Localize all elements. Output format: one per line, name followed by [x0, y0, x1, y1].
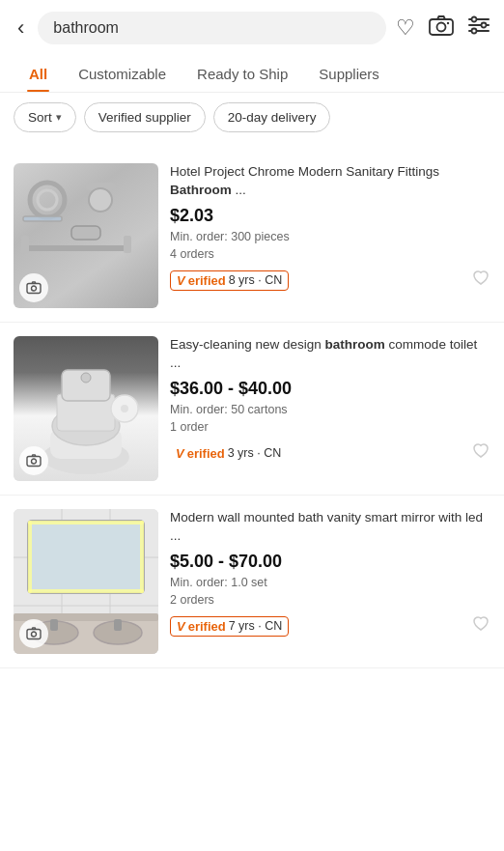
20-day-delivery-filter[interactable]: 20-day delivery — [213, 102, 331, 132]
header: ‹ ♡ — [0, 0, 504, 56]
verified-years-3: 7 yrs · CN — [229, 619, 283, 633]
header-icons: ♡ — [396, 14, 490, 42]
product-price-3: $5.00 - $70.00 — [170, 552, 490, 572]
verified-years-1: 8 yrs · CN — [229, 273, 283, 287]
verified-supplier-filter[interactable]: Verified supplier — [84, 102, 206, 132]
svg-rect-36 — [30, 523, 142, 591]
verified-v-icon-1: V — [177, 273, 185, 288]
sort-label: Sort — [28, 110, 52, 125]
product-orders-3: 2 orders — [170, 593, 490, 607]
svg-rect-0 — [430, 19, 453, 35]
svg-point-2 — [447, 22, 449, 24]
svg-rect-15 — [124, 236, 131, 253]
camera-icon[interactable] — [429, 14, 454, 42]
svg-point-48 — [32, 632, 37, 637]
svg-point-9 — [30, 183, 65, 217]
verified-badge-1: Verified 8 yrs · CN — [170, 270, 289, 291]
svg-rect-28 — [27, 457, 41, 467]
svg-rect-18 — [27, 284, 41, 294]
product-info-3: Modern wall mounted bath vanity smart mi… — [170, 509, 490, 654]
verified-row-2: Verified 3 yrs · CN — [170, 441, 490, 466]
svg-point-8 — [472, 29, 477, 34]
svg-point-1 — [437, 23, 446, 32]
verified-v-icon-3: V — [177, 619, 185, 634]
svg-rect-40 — [140, 521, 144, 593]
svg-point-10 — [38, 190, 57, 210]
product-title-2: Easy-cleaning new design bathroom commod… — [170, 336, 490, 373]
tab-ready-to-ship[interactable]: Ready to Ship — [182, 56, 303, 92]
svg-rect-14 — [21, 236, 29, 253]
tab-customizable[interactable]: Customizable — [63, 56, 182, 92]
image-scan-button-2[interactable] — [19, 446, 48, 475]
product-min-order-2: Min. order: 50 cartons — [170, 403, 490, 416]
wishlist-icon[interactable]: ♡ — [396, 15, 415, 41]
verified-row-3: Verified 7 yrs · CN — [170, 614, 490, 638]
product-list: Hotel Project Chrome Modern Sanitary Fit… — [0, 142, 504, 676]
svg-rect-17 — [23, 216, 62, 221]
svg-rect-13 — [23, 245, 129, 251]
svg-rect-16 — [71, 226, 100, 240]
product-card: Easy-cleaning new design bathroom commod… — [0, 323, 504, 496]
product-title-3: Modern wall mounted bath vanity smart mi… — [170, 509, 490, 546]
verified-badge-3: Verified 7 yrs · CN — [170, 616, 289, 637]
svg-point-7 — [482, 23, 487, 28]
verified-v-icon-2: V — [176, 446, 184, 461]
20-day-delivery-label: 20-day delivery — [228, 110, 317, 125]
product-price-1: $2.03 — [170, 206, 490, 226]
verified-supplier-label: Verified supplier — [98, 110, 191, 125]
product-info-1: Hotel Project Chrome Modern Sanitary Fit… — [170, 163, 490, 308]
filter-icon[interactable] — [467, 14, 490, 42]
sort-chevron-icon: ▾ — [56, 111, 62, 124]
svg-point-19 — [32, 286, 37, 291]
product-card: Modern wall mounted bath vanity smart mi… — [0, 496, 504, 668]
image-scan-button-3[interactable] — [19, 619, 48, 648]
search-input[interactable] — [53, 19, 371, 37]
product-orders-2: 1 order — [170, 420, 490, 434]
back-button[interactable]: ‹ — [14, 12, 28, 44]
verified-text-2: erified — [187, 446, 225, 461]
svg-rect-45 — [50, 619, 58, 631]
product-info-2: Easy-cleaning new design bathroom commod… — [170, 336, 490, 481]
product-min-order-3: Min. order: 1.0 set — [170, 576, 490, 589]
product-image-1[interactable] — [14, 163, 158, 308]
filters-row: Sort ▾ Verified supplier 20-day delivery — [0, 93, 504, 142]
svg-rect-38 — [28, 589, 144, 593]
product-orders-1: 4 orders — [170, 247, 490, 261]
svg-point-25 — [81, 373, 91, 383]
svg-point-6 — [472, 17, 477, 22]
verified-text-3: erified — [188, 619, 226, 634]
svg-rect-46 — [114, 619, 122, 631]
product-wishlist-2[interactable] — [471, 441, 490, 466]
verified-row-1: Verified 8 yrs · CN — [170, 269, 490, 293]
search-bar[interactable] — [38, 12, 386, 44]
product-price-2: $36.00 - $40.00 — [170, 379, 490, 399]
tab-suppliers[interactable]: Suppliers — [303, 56, 395, 92]
tab-all[interactable]: All — [14, 56, 63, 92]
tabs-bar: All Customizable Ready to Ship Suppliers — [0, 56, 504, 93]
verified-text-1: erified — [188, 273, 226, 288]
svg-rect-37 — [28, 521, 144, 525]
svg-point-27 — [121, 405, 128, 412]
svg-point-29 — [32, 459, 37, 464]
svg-rect-47 — [27, 630, 41, 639]
product-image-3[interactable] — [14, 509, 158, 654]
verified-badge-2: Verified 3 yrs · CN — [170, 444, 287, 463]
sort-filter[interactable]: Sort ▾ — [14, 102, 76, 132]
svg-point-12 — [89, 188, 112, 212]
product-card: Hotel Project Chrome Modern Sanitary Fit… — [0, 150, 504, 323]
product-wishlist-1[interactable] — [471, 269, 490, 293]
product-min-order-1: Min. order: 300 pieces — [170, 230, 490, 243]
product-title-1: Hotel Project Chrome Modern Sanitary Fit… — [170, 163, 490, 200]
verified-years-2: 3 yrs · CN — [228, 446, 282, 460]
product-image-2[interactable] — [14, 336, 158, 481]
image-scan-button-1[interactable] — [19, 273, 48, 302]
svg-rect-39 — [28, 521, 32, 593]
product-wishlist-3[interactable] — [471, 614, 490, 638]
